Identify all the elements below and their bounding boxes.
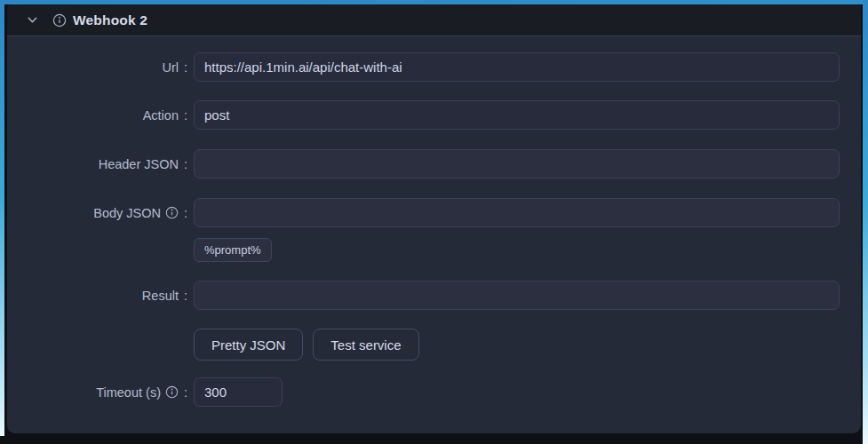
body-json-input[interactable]: [194, 198, 840, 227]
body-json-label: Body JSON :: [7, 206, 194, 220]
header-json-input[interactable]: [194, 149, 840, 178]
action-label-text: Action: [143, 108, 179, 123]
timeout-label-text: Timeout (s): [96, 385, 161, 400]
timeout-row: Timeout (s) :: [7, 377, 840, 407]
result-row: Result:: [7, 281, 840, 310]
header-json-label: Header JSON:: [7, 157, 194, 171]
webhook-settings-screen: Webhook 2 Url: Action:: [0, 0, 868, 444]
url-row: Url:: [7, 52, 840, 82]
webhook-section-header[interactable]: Webhook 2: [7, 4, 861, 36]
action-input[interactable]: [194, 100, 840, 130]
body-json-label-text: Body JSON: [93, 206, 161, 220]
section-title: Webhook 2: [73, 12, 147, 28]
action-row: Action:: [7, 100, 840, 130]
info-icon: [165, 385, 179, 399]
info-icon: [165, 206, 179, 219]
focus-border-right: [863, 0, 868, 444]
timeout-input[interactable]: [194, 377, 283, 407]
header-json-colon: :: [184, 157, 187, 171]
header-json-row: Header JSON:: [7, 149, 840, 178]
action-colon: :: [184, 108, 187, 123]
result-label-text: Result: [142, 289, 179, 303]
action-label: Action:: [7, 108, 194, 123]
url-label-text: Url: [162, 60, 179, 75]
result-label: Result:: [7, 289, 194, 303]
header-json-label-text: Header JSON: [99, 157, 179, 171]
info-icon: [52, 13, 67, 28]
webhook-form-panel: Url: Action: Header JSON:: [7, 36, 861, 433]
url-colon: :: [184, 60, 187, 75]
focus-border-left: [0, 0, 4, 436]
url-input[interactable]: [194, 52, 840, 82]
prompt-variable-chip[interactable]: %prompt%: [194, 238, 272, 262]
body-json-row: Body JSON :: [7, 198, 840, 227]
actions-row: Pretty JSON Test service: [7, 329, 840, 361]
webhook-section: Webhook 2 Url: Action:: [7, 4, 861, 433]
variable-chip-row: %prompt%: [7, 238, 840, 262]
test-service-button[interactable]: Test service: [313, 329, 418, 361]
body-json-colon: :: [184, 206, 187, 220]
result-colon: :: [184, 289, 187, 303]
chevron-down-icon[interactable]: [27, 14, 38, 26]
pretty-json-button[interactable]: Pretty JSON: [194, 329, 303, 361]
timeout-label: Timeout (s) :: [7, 385, 194, 400]
timeout-colon: :: [184, 385, 187, 400]
result-input[interactable]: [194, 281, 840, 310]
url-label: Url:: [7, 60, 194, 75]
